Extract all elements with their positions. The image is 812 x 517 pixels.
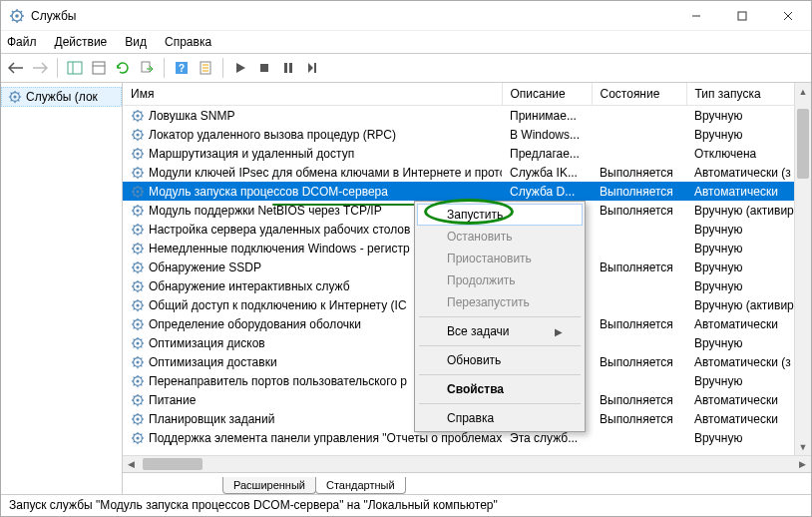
service-startup-cell: Вручную [686,428,811,447]
service-startup-cell: Вручную (активир [686,295,811,314]
service-name-label: Настройка сервера удаленных рабочих стол… [149,223,410,237]
service-startup-cell: Вручную [686,106,811,126]
column-header-description[interactable]: Описание [502,83,592,106]
service-startup-cell: Вручную (активир [686,201,811,220]
scroll-down-icon[interactable]: ▼ [795,438,811,455]
service-name-label: Локатор удаленного вызова процедур (RPC) [149,128,396,142]
service-startup-cell: Вручную [686,333,811,352]
service-name-label: Модуль запуска процессов DCOM-сервера [149,185,388,199]
tree-item-services[interactable]: Службы (лок [1,87,122,107]
scroll-thumb[interactable] [797,109,809,179]
service-startup-cell: Вручную [686,125,811,144]
start-service-button[interactable] [229,57,251,79]
cm-stop[interactable]: Остановить [417,226,583,248]
cm-start[interactable]: Запустить [417,204,583,226]
menu-file[interactable]: Файл [7,35,37,49]
service-state-cell [592,371,686,390]
service-desc-cell: Служба D... [502,182,592,201]
minimize-button[interactable] [673,1,719,31]
gear-icon [131,204,145,218]
gear-icon [131,128,145,142]
maximize-button[interactable] [719,1,765,31]
close-button[interactable] [765,1,811,31]
service-name-label: Поддержка элемента панели управления "От… [149,431,502,445]
properties-button[interactable] [88,57,110,79]
toolbar: ? [1,53,811,83]
table-header-row: Имя Описание Состояние Тип запуска [123,83,811,106]
service-name-label: Питание [149,393,196,407]
service-startup-cell: Автоматически [686,182,811,201]
column-header-startup[interactable]: Тип запуска [686,83,811,106]
service-name-label: Перенаправитель портов пользовательского… [149,374,407,388]
stop-service-button[interactable] [253,57,275,79]
tab-standard[interactable]: Стандартный [315,477,406,494]
service-state-cell [592,333,686,352]
service-name-label: Оптимизация доставки [149,355,277,369]
service-state-cell: Выполняется [592,163,686,182]
menu-view[interactable]: Вид [125,35,147,49]
help-index-button[interactable] [195,57,216,79]
column-header-name[interactable]: Имя [123,83,502,106]
window-title: Службы [31,9,673,23]
gear-icon [131,336,145,350]
gear-icon [131,242,145,256]
table-row[interactable]: Ловушка SNMPПринимае...Вручную [123,106,811,126]
service-startup-cell: Автоматически [686,314,811,333]
main-area: Службы (лок Имя Описание Состояние Тип з… [1,83,811,494]
scroll-left-icon[interactable]: ◀ [123,456,140,472]
service-state-cell [592,106,686,126]
service-desc-cell: Служба IK... [502,163,592,182]
scroll-thumb-h[interactable] [143,458,203,470]
pause-service-button[interactable] [277,57,299,79]
svg-rect-16 [93,62,105,74]
export-button[interactable] [136,57,158,79]
table-row[interactable]: Локатор удаленного вызова процедур (RPC)… [123,125,811,144]
svg-rect-25 [260,64,268,72]
nav-back-button[interactable] [5,57,27,79]
svg-text:?: ? [179,63,185,74]
scroll-right-icon[interactable]: ▶ [794,456,811,472]
gear-icon [131,147,145,161]
svg-rect-27 [289,63,292,73]
menu-help[interactable]: Справка [165,35,211,49]
service-state-cell: Выполняется [592,314,686,333]
cm-restart[interactable]: Перезапустить [417,291,583,313]
gear-icon [131,317,145,331]
service-name-label: Модули ключей IPsec для обмена ключами в… [149,166,502,180]
svg-rect-18 [142,62,150,72]
gear-icon [131,393,145,407]
cm-resume[interactable]: Продолжить [417,269,583,291]
service-startup-cell: Вручную [686,258,811,276]
cm-pause[interactable]: Приостановить [417,248,583,269]
horizontal-scrollbar[interactable]: ◀ ▶ [123,455,811,472]
service-state-cell [592,295,686,314]
help-button[interactable]: ? [171,57,193,79]
cm-all-tasks[interactable]: Все задачи▶ [417,320,583,342]
service-name-label: Обнаружение интерактивных служб [149,279,350,293]
gear-icon [131,279,145,293]
cm-properties[interactable]: Свойства [417,378,583,400]
service-state-cell [592,239,686,258]
scroll-up-icon[interactable]: ▲ [795,83,811,100]
gear-icon [131,109,145,123]
column-header-state[interactable]: Состояние [592,83,686,106]
window-controls [673,1,811,31]
table-row[interactable]: Модуль запуска процессов DCOM-сервераСлу… [123,182,811,201]
service-name-cell: Модуль запуска процессов DCOM-сервера [123,182,502,201]
table-row[interactable]: Маршрутизация и удаленный доступПредлага… [123,144,811,163]
service-state-cell: Выполняется [592,201,686,220]
refresh-button[interactable] [112,57,134,79]
nav-forward-button[interactable] [29,57,51,79]
show-hide-tree-button[interactable] [64,57,86,79]
table-row[interactable]: Модули ключей IPsec для обмена ключами в… [123,163,811,182]
cm-refresh[interactable]: Обновить [417,349,583,371]
vertical-scrollbar[interactable]: ▲ ▼ [794,83,811,455]
gear-icon [131,223,145,237]
gear-icon [131,374,145,388]
restart-service-button[interactable] [301,57,323,79]
menu-action[interactable]: Действие [55,35,108,49]
tab-extended[interactable]: Расширенный [222,477,316,494]
cm-help[interactable]: Справка [417,407,583,429]
service-desc-cell: Принимае... [502,106,592,126]
service-startup-cell: Автоматически [686,390,811,409]
